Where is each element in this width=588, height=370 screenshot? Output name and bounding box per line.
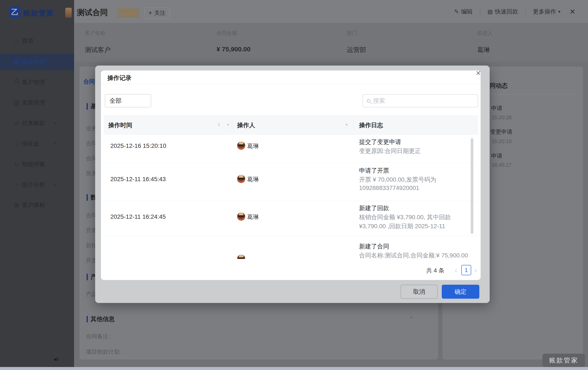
pagination-prev-icon[interactable]: ‹ — [455, 266, 457, 274]
search-input[interactable]: 搜索 — [363, 94, 478, 108]
search-placeholder: 搜索 — [373, 97, 385, 105]
drawer-close-icon[interactable]: × — [570, 6, 575, 17]
confirm-button[interactable]: 确定 — [442, 285, 479, 299]
receivable-contract-icon: ▤ — [12, 58, 21, 65]
cell-log-detail: 109288833774920001 — [359, 185, 419, 191]
modal-header-divider — [101, 84, 481, 84]
pagination-next-icon[interactable]: › — [475, 266, 477, 274]
section-bar — [86, 316, 88, 322]
section-title-text: 其他信息 — [91, 315, 115, 323]
collapse-caret-icon[interactable]: ⌃ — [409, 316, 413, 322]
cell-operator-name: 葛琳 — [247, 175, 259, 184]
sidebar: 乙 账款管家 ⌂首页▤应收合同客户管理▦发票管理⇄往来账款▾◇保证金▾↻智能对账… — [0, 0, 74, 370]
overdue-status-badge: 已逾期 — [117, 8, 140, 18]
sidebar-item-智能对账[interactable]: ↻智能对账 — [0, 156, 74, 173]
header-action-edit[interactable]: ✎编辑 — [454, 8, 473, 15]
scrollbar-thumb[interactable] — [471, 138, 473, 234]
avatar — [237, 213, 245, 221]
deposit-icon: ◇ — [12, 140, 21, 147]
stats-icon: ◔ — [12, 181, 21, 188]
sidebar-item-统计分析[interactable]: ◔统计分析▾ — [0, 176, 74, 193]
pagination-page-1[interactable]: 1 — [461, 265, 471, 275]
table-row-divider — [104, 236, 478, 236]
cell-operation-time: 2025-12-11 16:24:45 — [110, 213, 166, 220]
cell-log-title: 新建了回款 — [359, 204, 389, 212]
sidebar-item-客户体检[interactable]: ▣客户体检 — [0, 196, 74, 213]
operation-log-modal: 操作记录 全部 搜索 操作时间 ▴▾ ▼ 操作人 ▼ 操作日志 2025-12-… — [95, 65, 490, 303]
avatar — [237, 141, 245, 150]
search-icon — [367, 99, 370, 103]
modal-content-card: 操作记录 全部 搜索 操作时间 ▴▾ ▼ 操作人 ▼ 操作日志 2025-12-… — [101, 70, 481, 280]
log-type-select[interactable]: 全部 — [105, 94, 151, 108]
app-logo-text: 账款管家 — [23, 8, 54, 18]
follow-button[interactable]: + 关注 — [144, 7, 170, 19]
field-label: 合同备注: — [86, 333, 110, 340]
sidebar-item-首页[interactable]: ⌂首页 — [0, 33, 74, 49]
chevron-down-icon: ▾ — [54, 141, 56, 146]
sidebar-item-label: 首页 — [22, 37, 33, 45]
sidebar-item-应收合同[interactable]: ▤应收合同 — [0, 54, 74, 70]
info-field-value: ¥ 75,900.00 — [217, 45, 250, 53]
sidebar-item-label: 客户管理 — [22, 78, 45, 86]
info-field-value: 测试客户 — [85, 45, 111, 54]
sidebar-collapse-icon[interactable]: ◂≡ — [53, 356, 58, 363]
section-bar — [86, 194, 88, 201]
activity-entry-label: 变更申请 — [490, 128, 512, 136]
follow-label: 关注 — [154, 9, 166, 17]
column-divider — [232, 120, 232, 130]
sidebar-item-发票管理[interactable]: ▦发票管理 — [0, 94, 74, 111]
cell-log-detail: 变更原因:合同日期更正 — [359, 147, 421, 155]
sort-icon[interactable]: ▴▾ — [218, 122, 220, 127]
log-type-select-value: 全部 — [110, 97, 122, 105]
filter-icon-operator[interactable]: ▼ — [345, 123, 348, 127]
info-field-value: 葛琳 — [477, 45, 490, 54]
header-action-quick-repayment[interactable]: ▤快速回款 — [487, 8, 518, 15]
column-divider — [353, 120, 353, 130]
sidebar-item-往来账款[interactable]: ⇄往来账款▾ — [0, 115, 74, 131]
partial-emoji-decor — [65, 8, 72, 18]
pagination: 共 4 条 ‹ 1 › — [101, 265, 478, 275]
action-separator — [525, 8, 525, 15]
chevron-down-icon: ▾ — [558, 9, 560, 14]
header-action-label: 快速回款 — [495, 8, 518, 15]
sidebar-item-label: 应收合同 — [22, 58, 45, 66]
customer-checkup-icon: ▣ — [12, 201, 21, 209]
pagination-total: 共 4 条 — [426, 267, 444, 274]
cell-operator-name: 葛琳 — [247, 142, 259, 150]
customer-icon — [12, 78, 21, 86]
cell-log-detail: 合同名称:测试合同,合同金额:¥ 75,900.00 — [359, 251, 468, 259]
info-field-value: 运营部 — [347, 45, 366, 54]
sidebar-item-保证金[interactable]: ◇保证金▾ — [0, 135, 74, 152]
filter-icon-time[interactable]: ▼ — [226, 123, 230, 127]
avatar — [237, 175, 245, 183]
cell-log-detail: 开票 ¥ 70,000.00,发票号码为 — [359, 175, 436, 184]
activity-divider — [480, 94, 578, 94]
page-title: 测试合同 — [77, 7, 108, 18]
info-field-label: 跟进人 — [477, 30, 493, 36]
cancel-button[interactable]: 取消 — [400, 285, 438, 299]
quick-repayment-icon: ▤ — [487, 8, 493, 15]
activity-entry-label: 申请 — [491, 152, 502, 160]
sidebar-item-label: 发票管理 — [22, 99, 45, 107]
home-icon: ⌂ — [12, 37, 21, 44]
watermark-badge: 账款管家 — [543, 354, 585, 367]
info-field-label: 部门 — [347, 30, 357, 36]
sidebar-item-label: 客户体检 — [22, 201, 45, 209]
column-header-time: 操作时间 — [108, 121, 132, 129]
cell-operation-time: 2025-12-11 16:45:43 — [110, 176, 166, 183]
cell-operator-name: 葛琳 — [247, 213, 259, 221]
header-action-label: 更多操作 — [533, 8, 556, 15]
activity-entry-time: 15:20:10 — [492, 138, 512, 144]
bottom-strip — [0, 367, 588, 370]
header-action-more-actions[interactable]: 更多操作▾ — [533, 8, 560, 15]
modal-close-icon[interactable]: × — [476, 68, 481, 78]
chevron-down-icon: ▾ — [54, 182, 56, 187]
header-actions: ✎编辑▤快速回款更多操作▾× — [454, 0, 575, 23]
field-label: 项目收款计划: — [86, 348, 121, 356]
cell-log-title: 新建了合同 — [359, 242, 389, 250]
info-field-label: 合同金额 — [217, 30, 237, 36]
smart-reconcile-icon: ↻ — [12, 161, 21, 168]
modal-title: 操作记录 — [107, 74, 131, 82]
activity-entry-time: 15:20:28 — [492, 115, 512, 120]
sidebar-item-客户管理[interactable]: 客户管理 — [0, 74, 74, 91]
